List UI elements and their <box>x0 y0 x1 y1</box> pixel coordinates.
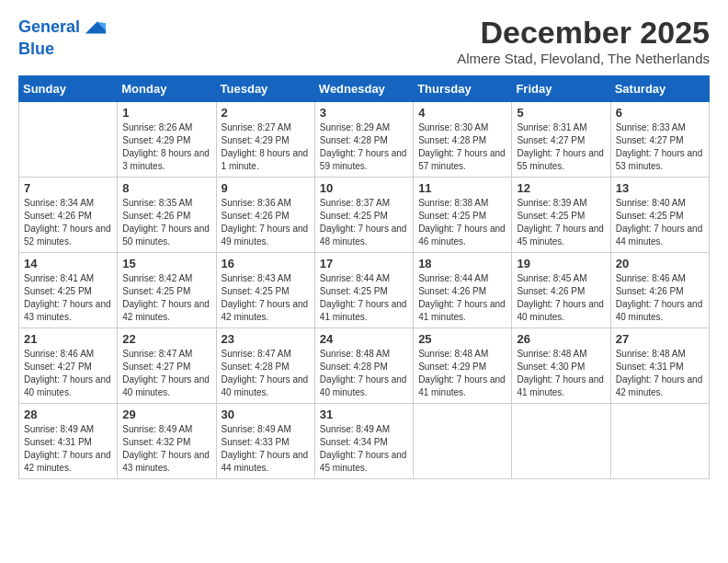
sunset-text: Sunset: 4:25 PM <box>222 285 310 298</box>
daylight-text: Daylight: 7 hours and 40 minutes. <box>616 298 704 324</box>
daylight-text: Daylight: 7 hours and 50 minutes. <box>122 223 210 248</box>
calendar-cell: 10Sunrise: 8:37 AMSunset: 4:25 PMDayligh… <box>314 178 413 253</box>
weekday-header-row: SundayMondayTuesdayWednesdayThursdayFrid… <box>19 76 710 102</box>
cell-info: Sunrise: 8:44 AMSunset: 4:25 PMDaylight:… <box>320 272 408 324</box>
calendar-cell <box>414 404 512 479</box>
cell-day-number: 15 <box>122 257 210 270</box>
daylight-text: Daylight: 7 hours and 53 minutes. <box>616 147 704 173</box>
sunrise-text: Sunrise: 8:47 AM <box>122 348 210 361</box>
sunrise-text: Sunrise: 8:44 AM <box>320 272 408 285</box>
calendar-week-row: 14Sunrise: 8:41 AMSunset: 4:25 PMDayligh… <box>19 253 710 328</box>
daylight-text: Daylight: 7 hours and 55 minutes. <box>517 147 605 173</box>
sunrise-text: Sunrise: 8:49 AM <box>122 423 210 436</box>
cell-info: Sunrise: 8:47 AMSunset: 4:27 PMDaylight:… <box>122 348 210 399</box>
cell-info: Sunrise: 8:31 AMSunset: 4:27 PMDaylight:… <box>517 121 605 173</box>
cell-info: Sunrise: 8:38 AMSunset: 4:25 PMDaylight:… <box>418 197 506 248</box>
sunset-text: Sunset: 4:29 PM <box>418 361 506 373</box>
sunrise-text: Sunrise: 8:48 AM <box>616 348 704 361</box>
cell-info: Sunrise: 8:27 AMSunset: 4:29 PMDaylight:… <box>222 121 310 173</box>
sunset-text: Sunset: 4:25 PM <box>24 285 112 298</box>
cell-info: Sunrise: 8:45 AMSunset: 4:26 PMDaylight:… <box>517 272 605 324</box>
cell-info: Sunrise: 8:42 AMSunset: 4:25 PMDaylight:… <box>122 272 210 324</box>
cell-day-number: 16 <box>222 257 310 270</box>
calendar-cell: 13Sunrise: 8:40 AMSunset: 4:25 PMDayligh… <box>610 178 709 253</box>
cell-day-number: 24 <box>320 332 408 346</box>
sunrise-text: Sunrise: 8:48 AM <box>517 348 605 361</box>
cell-day-number: 13 <box>616 181 704 195</box>
daylight-text: Daylight: 7 hours and 41 minutes. <box>418 298 506 324</box>
calendar-cell: 6Sunrise: 8:33 AMSunset: 4:27 PMDaylight… <box>610 102 709 178</box>
title-area: December 2025 Almere Stad, Flevoland, Th… <box>457 15 710 66</box>
calendar-cell <box>512 404 610 479</box>
cell-info: Sunrise: 8:34 AMSunset: 4:26 PMDaylight:… <box>24 197 112 248</box>
sunrise-text: Sunrise: 8:40 AM <box>616 197 704 210</box>
sunset-text: Sunset: 4:25 PM <box>320 210 408 223</box>
daylight-text: Daylight: 7 hours and 43 minutes. <box>122 449 210 475</box>
daylight-text: Daylight: 7 hours and 41 minutes. <box>320 298 408 324</box>
daylight-text: Daylight: 7 hours and 46 minutes. <box>418 223 506 248</box>
sunrise-text: Sunrise: 8:26 AM <box>122 121 210 134</box>
cell-info: Sunrise: 8:49 AMSunset: 4:31 PMDaylight:… <box>24 423 112 475</box>
calendar-cell: 16Sunrise: 8:43 AMSunset: 4:25 PMDayligh… <box>216 253 314 328</box>
daylight-text: Daylight: 7 hours and 42 minutes. <box>616 373 704 399</box>
cell-day-number: 3 <box>320 106 408 120</box>
calendar-cell: 3Sunrise: 8:29 AMSunset: 4:28 PMDaylight… <box>314 102 413 178</box>
weekday-header-monday: Monday <box>118 76 216 102</box>
cell-day-number: 18 <box>418 257 506 270</box>
calendar-table: SundayMondayTuesdayWednesdayThursdayFrid… <box>18 75 710 479</box>
cell-day-number: 23 <box>222 332 310 346</box>
cell-info: Sunrise: 8:46 AMSunset: 4:27 PMDaylight:… <box>24 348 112 399</box>
daylight-text: Daylight: 7 hours and 40 minutes. <box>222 373 310 399</box>
month-title: December 2025 <box>457 15 710 51</box>
cell-day-number: 20 <box>616 257 704 270</box>
cell-info: Sunrise: 8:39 AMSunset: 4:25 PMDaylight:… <box>517 197 605 248</box>
sunset-text: Sunset: 4:26 PM <box>122 210 210 223</box>
calendar-cell: 2Sunrise: 8:27 AMSunset: 4:29 PMDaylight… <box>216 102 314 178</box>
calendar-cell: 24Sunrise: 8:48 AMSunset: 4:28 PMDayligh… <box>314 328 413 404</box>
cell-day-number: 7 <box>24 181 112 195</box>
calendar-cell: 19Sunrise: 8:45 AMSunset: 4:26 PMDayligh… <box>512 253 610 328</box>
cell-info: Sunrise: 8:49 AMSunset: 4:32 PMDaylight:… <box>122 423 210 475</box>
cell-info: Sunrise: 8:29 AMSunset: 4:28 PMDaylight:… <box>320 121 408 173</box>
calendar-cell: 29Sunrise: 8:49 AMSunset: 4:32 PMDayligh… <box>118 404 216 479</box>
sunrise-text: Sunrise: 8:35 AM <box>122 197 210 210</box>
sunrise-text: Sunrise: 8:49 AM <box>24 423 112 436</box>
sunset-text: Sunset: 4:31 PM <box>24 436 112 449</box>
weekday-header-friday: Friday <box>512 76 610 102</box>
cell-info: Sunrise: 8:49 AMSunset: 4:33 PMDaylight:… <box>222 423 310 475</box>
sunset-text: Sunset: 4:26 PM <box>222 210 310 223</box>
calendar-cell: 22Sunrise: 8:47 AMSunset: 4:27 PMDayligh… <box>118 328 216 404</box>
daylight-text: Daylight: 7 hours and 40 minutes. <box>517 298 605 324</box>
sunset-text: Sunset: 4:27 PM <box>517 134 605 147</box>
daylight-text: Daylight: 7 hours and 40 minutes. <box>122 373 210 399</box>
logo: General Blue <box>18 15 108 59</box>
header: General Blue December 2025 Almere Stad, … <box>18 15 710 66</box>
sunrise-text: Sunrise: 8:47 AM <box>222 348 310 361</box>
cell-info: Sunrise: 8:48 AMSunset: 4:31 PMDaylight:… <box>616 348 704 399</box>
cell-day-number: 4 <box>418 106 506 120</box>
logo-text2: Blue <box>18 40 108 59</box>
calendar-cell: 15Sunrise: 8:42 AMSunset: 4:25 PMDayligh… <box>118 253 216 328</box>
cell-day-number: 25 <box>418 332 506 346</box>
daylight-text: Daylight: 7 hours and 57 minutes. <box>418 147 506 173</box>
cell-info: Sunrise: 8:48 AMSunset: 4:28 PMDaylight:… <box>320 348 408 399</box>
cell-info: Sunrise: 8:33 AMSunset: 4:27 PMDaylight:… <box>616 121 704 173</box>
calendar-cell: 20Sunrise: 8:46 AMSunset: 4:26 PMDayligh… <box>610 253 709 328</box>
cell-info: Sunrise: 8:47 AMSunset: 4:28 PMDaylight:… <box>222 348 310 399</box>
cell-info: Sunrise: 8:49 AMSunset: 4:34 PMDaylight:… <box>320 423 408 475</box>
cell-day-number: 22 <box>122 332 210 346</box>
sunrise-text: Sunrise: 8:46 AM <box>24 348 112 361</box>
daylight-text: Daylight: 7 hours and 43 minutes. <box>24 298 112 324</box>
cell-day-number: 2 <box>222 106 310 120</box>
calendar-cell: 11Sunrise: 8:38 AMSunset: 4:25 PMDayligh… <box>414 178 512 253</box>
sunset-text: Sunset: 4:33 PM <box>222 436 310 449</box>
calendar-cell: 14Sunrise: 8:41 AMSunset: 4:25 PMDayligh… <box>19 253 118 328</box>
daylight-text: Daylight: 7 hours and 41 minutes. <box>517 373 605 399</box>
calendar-cell: 18Sunrise: 8:44 AMSunset: 4:26 PMDayligh… <box>414 253 512 328</box>
sunset-text: Sunset: 4:27 PM <box>122 361 210 373</box>
sunset-text: Sunset: 4:28 PM <box>222 361 310 373</box>
sunrise-text: Sunrise: 8:44 AM <box>418 272 506 285</box>
calendar-cell: 5Sunrise: 8:31 AMSunset: 4:27 PMDaylight… <box>512 102 610 178</box>
calendar-cell: 27Sunrise: 8:48 AMSunset: 4:31 PMDayligh… <box>610 328 709 404</box>
sunset-text: Sunset: 4:29 PM <box>122 134 210 147</box>
